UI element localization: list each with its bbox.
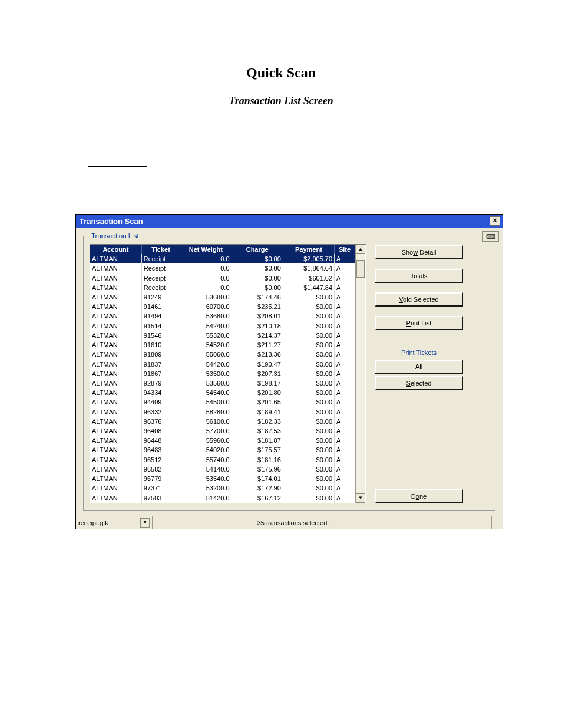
- page-title: Quick Scan: [0, 65, 562, 81]
- scroll-up-button[interactable]: ▲: [356, 245, 365, 254]
- cell: $0.00: [283, 369, 334, 378]
- table-row[interactable]: ALTMAN9640857700.0$187.53$0.00A: [90, 426, 355, 436]
- table-row[interactable]: ALTMANReceipt0.0$0.00$1,447.84A: [90, 283, 355, 292]
- cell: $235.21: [232, 302, 283, 311]
- cell: $172.90: [232, 483, 283, 493]
- resize-grip[interactable]: [492, 516, 503, 529]
- col-account[interactable]: Account: [90, 245, 141, 254]
- cell: 91546: [141, 331, 180, 340]
- transaction-grid[interactable]: Account Ticket Net Weight Charge Payment…: [90, 244, 366, 503]
- table-row[interactable]: ALTMAN9186753500.0$207.31$0.00A: [90, 369, 355, 378]
- cell: $214.37: [232, 331, 283, 340]
- cell: A: [335, 273, 355, 282]
- cell: A: [335, 292, 355, 302]
- cell: 0.0: [180, 273, 232, 282]
- cell: $0.00: [283, 302, 334, 311]
- cell: $213.36: [232, 350, 283, 359]
- table-row[interactable]: ALTMAN9154655320.0$214.37$0.00A: [90, 331, 355, 340]
- cell: Receipt: [141, 273, 180, 282]
- print-list-button[interactable]: Print List: [375, 316, 463, 330]
- table-row[interactable]: ALTMANReceipt0.0$0.00$2,905.70A: [90, 254, 355, 263]
- cell: 55320.0: [180, 331, 232, 340]
- table-row[interactable]: ALTMAN9440954500.0$201.65$0.00A: [90, 397, 355, 407]
- cell: $0.00: [283, 474, 334, 483]
- table-row[interactable]: ALTMAN9287953560.0$198.17$0.00A: [90, 378, 355, 388]
- cell: ALTMAN: [90, 340, 141, 350]
- col-ticket[interactable]: Ticket: [141, 245, 180, 254]
- cell: $1,447.84: [283, 283, 334, 292]
- close-button[interactable]: ×: [490, 216, 500, 226]
- vertical-scrollbar[interactable]: ▲ ▼: [355, 245, 365, 503]
- table-row[interactable]: ALTMAN9161054520.0$211.27$0.00A: [90, 340, 355, 350]
- cell: 96408: [141, 426, 180, 436]
- cell: 54500.0: [180, 397, 232, 407]
- table-row[interactable]: ALTMANReceipt0.0$0.00$1,864.64A: [90, 263, 355, 273]
- cell: $174.01: [232, 474, 283, 483]
- col-net-weight[interactable]: Net Weight: [180, 245, 232, 254]
- cell: 54140.0: [180, 465, 232, 474]
- cell: $0.00: [283, 378, 334, 388]
- col-charge[interactable]: Charge: [232, 245, 283, 254]
- table-row[interactable]: ALTMAN9651255740.0$181.16$0.00A: [90, 455, 355, 465]
- cell: 57700.0: [180, 426, 232, 436]
- cell: 96483: [141, 445, 180, 454]
- done-button[interactable]: Done: [375, 489, 463, 503]
- table-row[interactable]: ALTMANReceipt0.0$0.00$601.62A: [90, 273, 355, 282]
- table-row[interactable]: ALTMAN9183754420.0$190.47$0.00A: [90, 359, 355, 368]
- print-tickets-label: Print Tickets: [375, 347, 463, 357]
- cell: 96448: [141, 436, 180, 445]
- totals-button[interactable]: Totals: [375, 269, 463, 283]
- cell: 53680.0: [180, 292, 232, 302]
- print-all-button[interactable]: All: [375, 360, 463, 374]
- cell: Receipt: [141, 283, 180, 292]
- cell: $2,905.70: [283, 254, 334, 263]
- cell: Receipt: [141, 254, 180, 263]
- table-row[interactable]: ALTMAN9648354020.0$175.57$0.00A: [90, 445, 355, 454]
- cell: A: [335, 254, 355, 263]
- table-row[interactable]: ALTMAN9658254140.0$175.96$0.00A: [90, 465, 355, 474]
- cell: ALTMAN: [90, 417, 141, 426]
- cell: $210.18: [232, 321, 283, 331]
- cell: ALTMAN: [90, 292, 141, 302]
- window-titlebar: Transaction Scan ×: [76, 215, 503, 228]
- table-row[interactable]: ALTMAN9433454540.0$201.80$0.00A: [90, 388, 355, 397]
- cell: 91867: [141, 369, 180, 378]
- cell: ALTMAN: [90, 407, 141, 417]
- cell: ALTMAN: [90, 263, 141, 273]
- scroll-track[interactable]: [356, 254, 365, 493]
- table-row[interactable]: ALTMAN9124953680.0$174.46$0.00A: [90, 292, 355, 302]
- cell: $189.41: [232, 407, 283, 417]
- table-row[interactable]: ALTMAN9677953540.0$174.01$0.00A: [90, 474, 355, 483]
- cell: $0.00: [283, 426, 334, 436]
- table-row[interactable]: ALTMAN9644855960.0$181.87$0.00A: [90, 436, 355, 445]
- show-detail-button[interactable]: Show Detail: [375, 245, 463, 259]
- cell: A: [335, 369, 355, 378]
- keyboard-icon[interactable]: ⌨: [482, 231, 499, 242]
- cell: A: [335, 483, 355, 493]
- cell: $181.16: [232, 455, 283, 465]
- cell: A: [335, 302, 355, 311]
- scroll-down-button[interactable]: ▼: [356, 493, 365, 503]
- cell: ALTMAN: [90, 273, 141, 282]
- cell: 53540.0: [180, 474, 232, 483]
- table-row[interactable]: ALTMAN9151454240.0$210.18$0.00A: [90, 321, 355, 331]
- dropdown-arrow-icon[interactable]: ▼: [140, 518, 150, 528]
- col-site[interactable]: Site: [335, 245, 355, 254]
- print-selected-button[interactable]: Selected: [375, 376, 463, 390]
- cell: $167.12: [232, 493, 283, 503]
- table-row[interactable]: ALTMAN9633258280.0$189.41$0.00A: [90, 407, 355, 417]
- table-row[interactable]: ALTMAN9637656100.0$182.33$0.00A: [90, 417, 355, 426]
- cell: $0.00: [283, 350, 334, 359]
- table-row[interactable]: ALTMAN9737153200.0$172.90$0.00A: [90, 483, 355, 493]
- scroll-thumb[interactable]: [356, 260, 365, 278]
- col-payment[interactable]: Payment: [283, 245, 334, 254]
- cell: $187.53: [232, 426, 283, 436]
- cell: $207.31: [232, 369, 283, 378]
- table-row[interactable]: ALTMAN9149453680.0$208.01$0.00A: [90, 311, 355, 321]
- table-row[interactable]: ALTMAN9750351420.0$167.12$0.00A: [90, 493, 355, 503]
- template-dropdown[interactable]: receipt.gtk ▼: [76, 516, 153, 529]
- table-row[interactable]: ALTMAN9146160700.0$235.21$0.00A: [90, 302, 355, 311]
- table-row[interactable]: ALTMAN9180955060.0$213.36$0.00A: [90, 350, 355, 359]
- cell: $0.00: [283, 311, 334, 321]
- void-selected-button[interactable]: Void Selected: [375, 292, 463, 307]
